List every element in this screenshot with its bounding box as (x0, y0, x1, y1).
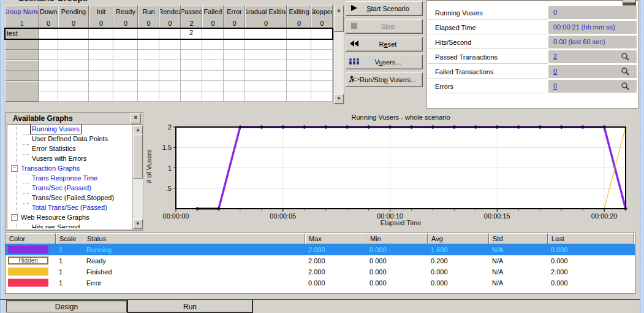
tree-item-label[interactable]: Trans/Sec (Passed) (31, 184, 93, 193)
scroll-up-icon[interactable]: ▲ (334, 6, 344, 15)
empty-cell (39, 81, 58, 91)
empty-cell (138, 81, 159, 91)
empty-cell (89, 91, 113, 102)
empty-cell (245, 81, 287, 91)
legend-std-cell: N/A (489, 255, 548, 266)
tree-branch-line (23, 184, 29, 193)
total-cell: 0 (202, 18, 224, 28)
empty-cell (202, 71, 224, 81)
tree-item-label[interactable]: Trans Response Time (31, 174, 99, 183)
tab-design[interactable]: Design (6, 300, 127, 312)
vusers-button[interactable]: Vusers... (346, 55, 423, 69)
scroll-down-icon[interactable]: ▼ (334, 94, 344, 104)
legend-avg-cell: 1.600 (428, 244, 489, 255)
empty-cell (287, 60, 311, 71)
tree-item-trans-response-time[interactable]: Trans Response Time (7, 174, 142, 184)
scroll-down-icon[interactable]: ▼ (133, 219, 143, 229)
empty-cell (5, 39, 39, 50)
available-graphs-tree: Running Vusers User Defined Data Points … (7, 124, 143, 229)
group-value-cell (39, 28, 58, 39)
tree-item-web-resource-graphs[interactable]: −Web Resource Graphs (7, 213, 142, 223)
status-label: Elapsed Time (428, 21, 548, 34)
group-row[interactable]: test2 (5, 28, 333, 39)
tree-item-user-defined-data-points[interactable]: User Defined Data Points (7, 134, 142, 144)
reset-button[interactable]: Reset (346, 37, 423, 52)
window-frame-right (640, 0, 644, 313)
tree-item-label[interactable]: Web Resource Graphs (20, 213, 91, 222)
tree-item-error-statistics[interactable]: Error Statistics (7, 144, 142, 154)
legend-status-cell: Error (83, 277, 305, 288)
window-control-partial[interactable] (623, 0, 636, 6)
tree-item-trans-sec-passed[interactable]: Trans/Sec (Passed) (7, 184, 142, 193)
scenario-groups-scrollbar[interactable]: ▲ ▼ (333, 5, 344, 104)
status-label: Hits/Second (428, 36, 548, 49)
legend-std-cell: N/A (489, 277, 548, 288)
group-value-cell (224, 28, 245, 39)
scenario-groups-table: Group NameDownPendingInitReadyRunRendezP… (5, 5, 333, 102)
legend-avg-cell: 0.200 (428, 255, 489, 266)
total-cell: 0 (245, 18, 287, 28)
tree-item-trans-sec-failed-stopped[interactable]: Trans/Sec (Failed,Stopped) (7, 193, 142, 203)
empty-cell (287, 91, 311, 102)
legend-color-cell: Hidden (6, 255, 56, 266)
empty-cell (181, 60, 202, 71)
run-stop-vusers-button[interactable]: Run/Stop Vusers... (346, 72, 423, 87)
scroll-up-icon[interactable]: ▲ (133, 125, 143, 135)
empty-row (5, 91, 333, 102)
legend-min-cell: 0.000 (366, 277, 428, 288)
empty-cell (202, 60, 224, 71)
legend-scale-cell: 1 (56, 244, 83, 255)
tree-item-label[interactable]: Running Vusers (31, 125, 81, 134)
column-header: Ready (113, 5, 138, 18)
totals-row: 1000000200000 (5, 18, 333, 28)
tree-item-label[interactable]: Transaction Graphs (20, 164, 81, 173)
group-name-cell[interactable]: test (5, 28, 39, 39)
magnifier-icon[interactable] (621, 52, 631, 62)
color-swatch: Hidden (8, 257, 48, 265)
legend-row-running[interactable]: 1Running2.0000.0001.600N/A0.000 (6, 244, 635, 255)
empty-cell (311, 71, 333, 81)
tree-item-label[interactable]: Error Statistics (31, 144, 77, 153)
scroll-thumb[interactable] (133, 134, 143, 179)
tree-item-hits-per-second[interactable]: Hits per Second (7, 223, 142, 229)
tree-item-label[interactable]: Total Trans/Sec (Passed) (31, 203, 108, 212)
start-scenario-button[interactable]: Start Scenario (346, 1, 423, 16)
empty-cell (39, 50, 58, 60)
magnifier-icon[interactable] (621, 67, 631, 77)
tree-item-label[interactable]: User Defined Data Points (31, 134, 109, 144)
tab-run[interactable]: Run (127, 299, 253, 313)
legend-column-header: Status (83, 233, 305, 244)
tree-item-running-vusers[interactable]: Running Vusers (7, 125, 142, 134)
tree-item-label[interactable]: Vusers with Errors (31, 154, 88, 163)
color-swatch (8, 279, 48, 287)
tree-collapse-icon[interactable]: − (11, 165, 18, 172)
tree-item-transaction-graphs[interactable]: −Transaction Graphs (7, 164, 142, 174)
tree-collapse-icon[interactable]: − (11, 214, 18, 221)
status-row: Passed Transactions2 (428, 50, 637, 65)
empty-cell (113, 91, 138, 102)
tree-branch-line (23, 125, 29, 134)
group-value-cell (58, 28, 89, 39)
column-header: Down (39, 5, 58, 18)
tree-item-label[interactable]: Hits per Second (31, 223, 81, 229)
total-cell: 0 (113, 18, 138, 28)
empty-cell (39, 39, 58, 50)
total-cell: 0 (311, 18, 333, 28)
legend-row-error[interactable]: 1Error0.0000.0000.000N/A0.000 (6, 277, 635, 288)
magnifier-icon[interactable] (621, 82, 631, 91)
empty-cell (181, 71, 202, 81)
empty-cell (89, 71, 113, 81)
legend-column-header: Color (6, 233, 56, 244)
legend-row-ready[interactable]: Hidden1Ready2.0000.0000.200N/A0.000 (6, 255, 635, 266)
tree-item-vusers-with-errors[interactable]: Vusers with Errors (7, 154, 142, 164)
legend-row-finished[interactable]: 1Finished2.0000.0000.000N/A2.000 (6, 266, 635, 277)
column-header: Init (89, 5, 113, 18)
close-icon[interactable]: × (131, 114, 141, 123)
tree-item-total-trans-sec-passed[interactable]: Total Trans/Sec (Passed) (7, 203, 142, 213)
graphs-tree-scrollbar[interactable]: ▲ ▼ (132, 125, 143, 230)
group-value-cell (159, 28, 181, 39)
color-swatch (8, 268, 48, 276)
scroll-thumb[interactable] (334, 15, 344, 32)
tree-item-label[interactable]: Trans/Sec (Failed,Stopped) (31, 193, 115, 203)
empty-cell (224, 91, 245, 102)
